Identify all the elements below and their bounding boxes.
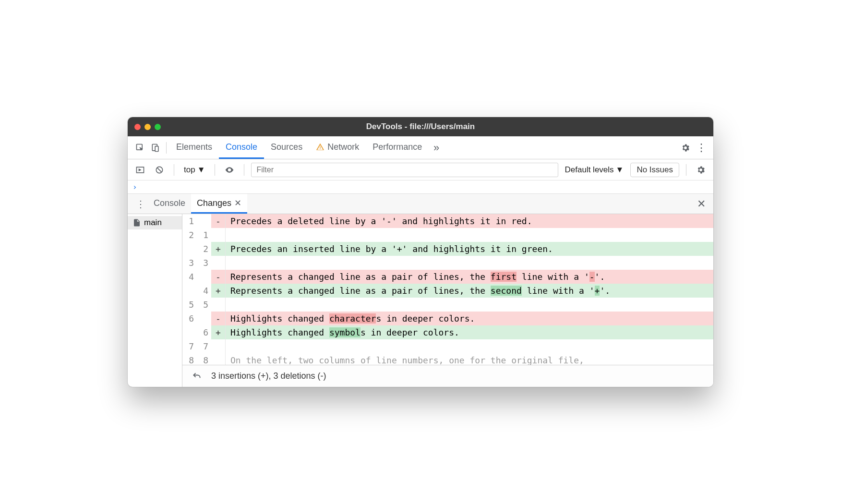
diff-marker — [211, 256, 226, 270]
line-number-old: 6 — [182, 312, 197, 325]
tab-performance[interactable]: Performance — [366, 136, 429, 159]
line-number-old — [182, 242, 197, 256]
diff-lines[interactable]: 1-Precedes a deleted line by a '-' and h… — [182, 214, 713, 365]
titlebar: DevTools - file:///Users/main — [128, 117, 713, 136]
diff-row: 33 — [182, 256, 713, 270]
diff-marker: - — [211, 312, 226, 325]
inspect-icon[interactable] — [132, 140, 148, 156]
console-settings-icon[interactable] — [693, 162, 709, 178]
diff-row: 1-Precedes a deleted line by a '-' and h… — [182, 214, 713, 228]
divider — [166, 142, 167, 154]
line-number-old: 3 — [182, 256, 197, 270]
diff-row: 6-Highlights changed characters in deepe… — [182, 312, 713, 325]
diff-summary: 3 insertions (+), 3 deletions (-) — [211, 371, 326, 381]
revert-icon[interactable] — [189, 369, 204, 384]
diff-marker: + — [211, 284, 226, 298]
drawer-tab-console-label: Console — [154, 198, 185, 208]
line-number-new — [197, 270, 211, 284]
tab-console[interactable]: Console — [219, 136, 264, 159]
diff-content — [226, 256, 713, 270]
issues-button[interactable]: No Issues — [630, 163, 679, 177]
diff-content: On the left, two columns of line numbers… — [226, 353, 713, 365]
diff-content: Precedes a deleted line by a '-' and hig… — [226, 214, 713, 228]
diff-marker — [211, 339, 226, 353]
context-selector[interactable]: top ▼ — [181, 163, 208, 177]
tab-elements[interactable]: Elements — [169, 136, 219, 159]
file-tree: main — [128, 214, 182, 387]
diff-row: 21 — [182, 228, 713, 242]
tab-sources-label: Sources — [271, 142, 302, 152]
device-toggle-icon[interactable] — [148, 140, 163, 156]
close-window-button[interactable] — [134, 124, 141, 130]
live-expression-icon[interactable] — [222, 162, 237, 178]
settings-icon[interactable] — [678, 140, 693, 156]
diff-content: Precedes an inserted line by a '+' and h… — [226, 242, 713, 256]
diff-row: 4-Represents a changed line as a pair of… — [182, 270, 713, 284]
diff-marker — [211, 298, 226, 312]
warning-icon — [316, 143, 324, 151]
line-number-old: 7 — [182, 339, 197, 353]
drawer-tab-changes-label: Changes — [197, 198, 231, 208]
diff-content — [226, 298, 713, 312]
drawer-tab-changes[interactable]: Changes ✕ — [191, 194, 247, 214]
line-number-old: 2 — [182, 228, 197, 242]
more-tabs-icon[interactable]: » — [429, 140, 444, 156]
maximize-window-button[interactable] — [155, 124, 161, 130]
line-number-old — [182, 325, 197, 339]
drawer-kebab-icon[interactable]: ⋮ — [132, 196, 148, 212]
context-selector-label: top — [184, 165, 195, 175]
line-number-new: 1 — [197, 228, 211, 242]
line-number-new: 7 — [197, 339, 211, 353]
chevron-down-icon: ▼ — [616, 165, 624, 175]
drawer-tabs-bar: ⋮ Console Changes ✕ ✕ — [128, 194, 713, 214]
diff-row: 77 — [182, 339, 713, 353]
file-icon — [132, 218, 141, 227]
diff-marker — [211, 228, 226, 242]
diff-marker: + — [211, 242, 226, 256]
diff-content: Highlights changed characters in deeper … — [226, 312, 713, 325]
diff-marker: - — [211, 214, 226, 228]
diff-content — [226, 228, 713, 242]
tab-console-label: Console — [226, 142, 257, 152]
tab-performance-label: Performance — [372, 142, 422, 152]
line-number-old — [182, 284, 197, 298]
diff-content: Highlights changed symbols in deeper col… — [226, 325, 713, 339]
line-number-new: 4 — [197, 284, 211, 298]
filter-input[interactable] — [251, 163, 558, 177]
file-tree-item-label: main — [144, 218, 162, 228]
main-tabs-bar: Elements Console Sources Network Perform… — [128, 136, 713, 159]
drawer-tab-console[interactable]: Console — [148, 194, 191, 214]
clear-console-icon[interactable] — [152, 162, 167, 178]
diff-area: 1-Precedes a deleted line by a '-' and h… — [182, 214, 713, 387]
toggle-sidebar-icon[interactable] — [132, 162, 148, 178]
close-drawer-icon[interactable]: ✕ — [694, 198, 709, 210]
diff-footer: 3 insertions (+), 3 deletions (-) — [182, 365, 713, 387]
divider — [215, 164, 215, 176]
log-levels-selector[interactable]: Default levels ▼ — [562, 163, 627, 177]
tab-network-label: Network — [327, 142, 359, 152]
file-tree-item[interactable]: main — [128, 216, 182, 229]
tab-elements-label: Elements — [176, 142, 212, 152]
diff-content: Represents a changed line as a pair of l… — [226, 270, 713, 284]
line-number-new: 2 — [197, 242, 211, 256]
diff-marker — [211, 353, 226, 365]
line-number-new: 6 — [197, 325, 211, 339]
tab-network[interactable]: Network — [309, 136, 366, 159]
line-number-new: 3 — [197, 256, 211, 270]
line-number-new: 8 — [197, 353, 211, 365]
diff-content — [226, 339, 713, 353]
line-number-new — [197, 312, 211, 325]
diff-row: 88 On the left, two columns of line numb… — [182, 353, 713, 365]
changes-panel: main 1-Precedes a deleted line by a '-' … — [128, 214, 713, 387]
tab-sources[interactable]: Sources — [264, 136, 309, 159]
close-tab-icon[interactable]: ✕ — [234, 198, 241, 208]
divider — [686, 164, 686, 176]
line-number-old: 4 — [182, 270, 197, 284]
kebab-menu-icon[interactable]: ⋮ — [693, 140, 709, 156]
chevron-down-icon: ▼ — [197, 165, 205, 175]
line-number-old: 1 — [182, 214, 197, 228]
divider — [244, 164, 244, 176]
devtools-window: DevTools - file:///Users/main Elements C… — [128, 117, 713, 387]
console-prompt[interactable]: › — [128, 180, 713, 194]
minimize-window-button[interactable] — [144, 124, 151, 130]
